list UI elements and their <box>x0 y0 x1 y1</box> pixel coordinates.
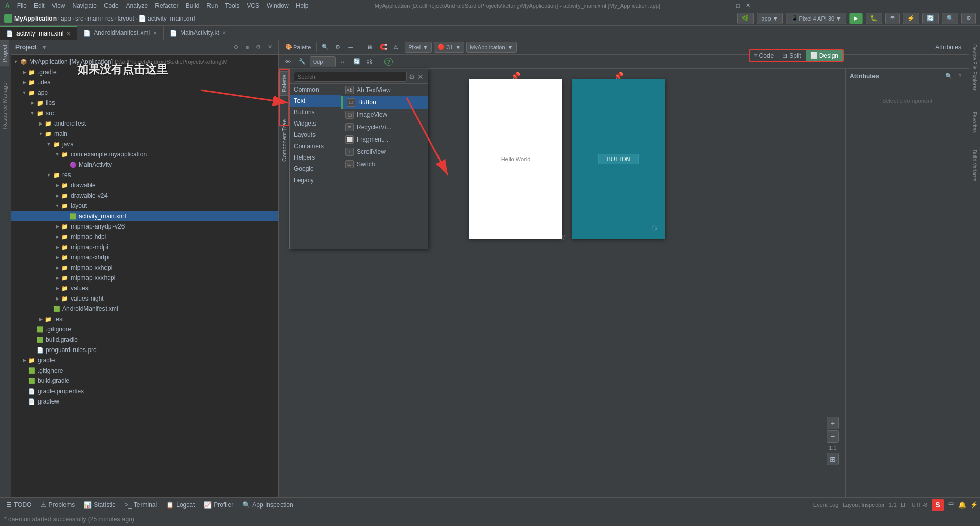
tab-close-activity-main[interactable]: ✕ <box>66 31 71 37</box>
palette-settings-icon[interactable]: ⚙ <box>409 73 415 81</box>
menu-build[interactable]: Build <box>183 1 203 10</box>
tab-todo[interactable]: ☰ TODO <box>2 498 36 512</box>
constraint-wrap-btn[interactable]: 🔄 <box>351 56 362 67</box>
tree-java[interactable]: ▼ 📁 java <box>11 139 278 149</box>
tab-terminal[interactable]: >_ Terminal <box>120 498 161 512</box>
tree-mipmap-xhdpi[interactable]: ▶ 📁 mipmap-xhdpi <box>11 252 278 262</box>
minimize-button[interactable]: ─ <box>723 2 731 10</box>
palette-cat-text[interactable]: Text <box>290 95 341 107</box>
breadcrumb-res[interactable]: res <box>105 15 114 22</box>
tree-gitignore2[interactable]: ▶ 🟩 .gitignore <box>11 365 278 376</box>
breadcrumb-main[interactable]: main <box>87 15 101 22</box>
palette-item-fragment[interactable]: ⬜ Fragment... <box>341 133 428 146</box>
palette-minimize-btn[interactable]: ─ <box>346 42 358 53</box>
event-log-btn[interactable]: Event Log <box>813 502 839 508</box>
tree-mipmap-anydpi[interactable]: ▶ 📁 mipmap-anydpi-v26 <box>11 221 278 232</box>
vcs-button[interactable]: 🌿 <box>737 13 754 24</box>
palette-item-imageview[interactable]: ◻ ImageView <box>341 109 428 121</box>
breadcrumb-file[interactable]: 📄 activity_main.xml <box>138 15 195 22</box>
menu-window[interactable]: Window <box>264 1 292 10</box>
tree-mipmap-xxxhdpi[interactable]: ▶ 📁 mipmap-xxxhdpi <box>11 273 278 283</box>
canvas-white[interactable]: Hello World <box>469 79 562 239</box>
sidebar-project-tab[interactable]: Project <box>0 40 9 66</box>
palette-cat-buttons[interactable]: Buttons <box>290 107 341 118</box>
build-variants-tab[interactable]: Build Variants <box>971 148 978 183</box>
sync-button[interactable]: 🔄 <box>922 13 939 24</box>
sidebar-resource-tab[interactable]: Resource Manager <box>0 77 9 133</box>
constraint-edit-btn[interactable]: 🔧 <box>296 56 308 67</box>
tree-androidtest[interactable]: ▶ 📁 androidTest <box>11 118 278 129</box>
favorites-tab[interactable]: Favorites <box>971 110 978 135</box>
tab-activity-main[interactable]: 📄 activity_main.xml ✕ <box>0 26 77 40</box>
help-btn[interactable]: ? <box>382 56 395 67</box>
menu-edit[interactable]: Edit <box>31 1 48 10</box>
menu-tools[interactable]: Tools <box>222 1 242 10</box>
tab-problems[interactable]: ⚠ Problems <box>37 498 79 512</box>
zoom-out-button[interactable]: − <box>827 430 839 443</box>
canvas-resize-handle[interactable]: // <box>561 234 565 241</box>
palette-cat-widgets[interactable]: Widgets <box>290 118 341 129</box>
tree-idea[interactable]: ▶ 📁 .idea <box>11 77 278 87</box>
palette-item-scrollview[interactable]: ↕ ScrollView <box>341 146 428 158</box>
tree-src[interactable]: ▼ 📁 src <box>11 108 278 118</box>
tree-root[interactable]: ▼ 📦 MyApplication [My Application] D:\al… <box>11 57 278 67</box>
breadcrumb-app[interactable]: MyApplication <box>14 15 57 22</box>
palette-item-button[interactable]: □ Button <box>341 96 428 109</box>
layout-magnet-btn[interactable]: 🧲 <box>378 42 389 53</box>
constraint-action-btn[interactable]: ↔ <box>338 56 349 67</box>
palette-item-switch[interactable]: ⊡ Switch <box>341 158 428 170</box>
constraint-value-dropdown[interactable]: 0dp <box>310 56 336 67</box>
tree-proguard[interactable]: ▶ 📄 proguard-rules.pro <box>11 345 278 355</box>
close-button[interactable]: ✕ <box>744 2 752 10</box>
tree-build-gradle-root[interactable]: ▶ 🟩 build.gradle <box>11 376 278 386</box>
tree-mipmap-hdpi[interactable]: ▶ 📁 mipmap-hdpi <box>11 232 278 242</box>
search-palette-btn[interactable]: 🔍 <box>320 42 331 53</box>
palette-cat-layouts[interactable]: Layouts <box>290 129 341 141</box>
tree-values[interactable]: ▶ 📁 values <box>11 283 278 293</box>
attributes-search-btn[interactable]: 🔍 <box>944 72 953 81</box>
menu-run[interactable]: Run <box>203 1 221 10</box>
zoom-in-button[interactable]: + <box>827 417 839 429</box>
tree-gradle[interactable]: ▶ 📁 .gradle <box>11 67 278 77</box>
palette-tab-vertical[interactable]: Palette <box>278 71 290 96</box>
tab-mainactivity[interactable]: 📄 MainActivity.kt ✕ <box>164 26 233 40</box>
tab-app-inspection[interactable]: 🔍 App Inspection <box>238 498 297 512</box>
constraint-view-btn[interactable]: 👁 <box>283 56 294 67</box>
tab-close-mainactivity[interactable]: ✕ <box>222 30 226 36</box>
tree-gradle-root[interactable]: ▶ 📁 gradle <box>11 355 278 365</box>
run-config-button[interactable]: app ▼ <box>757 13 782 24</box>
palette-search-input[interactable] <box>294 72 407 82</box>
constraint-chain-btn[interactable]: ⛓ <box>364 56 376 67</box>
breadcrumb-src[interactable]: src <box>75 15 83 22</box>
debug-button[interactable]: 🐛 <box>866 13 882 24</box>
menu-code[interactable]: Code <box>101 1 122 10</box>
tree-libs[interactable]: ▶ 📁 libs <box>11 98 278 108</box>
tree-mipmap-xxhdpi[interactable]: ▶ 📁 mipmap-xxhdpi <box>11 262 278 273</box>
project-panel-settings-btn[interactable]: ⚙ <box>254 43 263 52</box>
menu-vcs[interactable]: VCS <box>243 1 262 10</box>
project-tree[interactable]: ▼ 📦 MyApplication [My Application] D:\al… <box>11 55 278 512</box>
palette-settings-btn[interactable]: ⚙ <box>333 42 344 53</box>
maximize-button[interactable]: □ <box>733 2 742 10</box>
tab-statistic[interactable]: 📊 Statistic <box>80 498 119 512</box>
project-panel-close-btn[interactable]: ✕ <box>265 43 274 52</box>
tab-androidmanifest[interactable]: 📄 AndroidManifest.xml ✕ <box>77 26 164 40</box>
tree-mainactivity[interactable]: ▶ 🟣 MainActivity <box>11 160 278 170</box>
split-view-btn[interactable]: ⊟ Split <box>778 50 806 61</box>
tree-drawable-v24[interactable]: ▶ 📁 drawable-v24 <box>11 190 278 201</box>
run-button[interactable]: ▶ <box>849 13 863 24</box>
tree-main[interactable]: ▼ 📁 main <box>11 129 278 139</box>
palette-toggle-btn[interactable]: 🎨 Palette <box>283 42 313 53</box>
menu-refactor[interactable]: Refactor <box>152 1 181 10</box>
coverage-button[interactable]: ☂ <box>885 13 900 24</box>
tree-androidmanifest[interactable]: ▶ 🟩 AndroidManifest.xml <box>11 304 278 314</box>
tree-res[interactable]: ▼ 📁 res <box>11 170 278 180</box>
design-view-btn[interactable]: ⬜ Design <box>806 50 843 61</box>
settings-button[interactable]: ⚙ <box>961 13 976 24</box>
menu-help[interactable]: Help <box>293 1 312 10</box>
project-panel-collapse-btn[interactable]: ≡ <box>242 43 252 52</box>
component-tree-tab-vertical[interactable]: Component Tree <box>279 116 289 165</box>
zoom-fit-button[interactable]: ⊞ <box>827 453 839 465</box>
tab-logcat[interactable]: 📋 Logcat <box>162 498 199 512</box>
palette-item-textview[interactable]: Ab Ab TextView <box>341 84 428 96</box>
